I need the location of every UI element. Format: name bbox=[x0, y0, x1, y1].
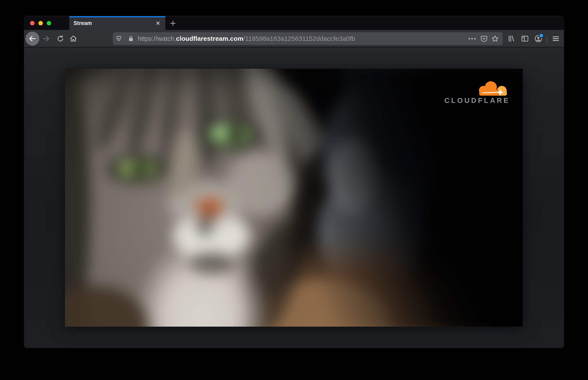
menu-button[interactable] bbox=[551, 34, 561, 44]
cloudflare-cloud-icon bbox=[476, 80, 510, 96]
url-domain: cloudflarestream.com bbox=[176, 35, 243, 42]
cloudflare-trademark: ’ bbox=[510, 96, 511, 100]
url-scheme: https://watch. bbox=[138, 35, 176, 42]
url-path: /118598a163a125631152ddaccfe3a0fb bbox=[243, 35, 355, 42]
traffic-lights bbox=[24, 16, 51, 30]
close-tab-icon[interactable]: ✕ bbox=[154, 19, 162, 28]
cat-art-layer bbox=[65, 69, 523, 327]
reload-icon bbox=[56, 35, 64, 42]
close-window-button[interactable] bbox=[30, 21, 35, 25]
forward-icon bbox=[42, 35, 50, 43]
reload-button[interactable] bbox=[55, 34, 66, 44]
page-content: CLOUDFLARE’ bbox=[24, 47, 564, 347]
library-icon bbox=[507, 35, 515, 43]
bookmark-star-icon[interactable] bbox=[491, 35, 499, 42]
library-button[interactable] bbox=[506, 34, 516, 44]
zoom-window-button[interactable] bbox=[47, 21, 51, 25]
home-icon bbox=[69, 35, 77, 43]
navigation-toolbar: https://watch.cloudflarestream.com/11859… bbox=[24, 30, 564, 47]
new-tab-button[interactable]: + bbox=[167, 16, 179, 30]
new-tab-icon: + bbox=[170, 18, 176, 28]
back-icon bbox=[28, 35, 36, 43]
cloudflare-logo: CLOUDFLARE’ bbox=[434, 80, 511, 105]
urlbar-divider bbox=[125, 36, 125, 42]
page-actions-icon[interactable]: ••• bbox=[468, 36, 477, 41]
sidebar-icon bbox=[521, 35, 529, 43]
tab-strip: Stream ✕ + bbox=[24, 16, 564, 30]
video-player[interactable]: CLOUDFLARE’ bbox=[65, 69, 523, 327]
home-button[interactable] bbox=[68, 34, 78, 44]
cloudflare-wordmark: CLOUDFLARE’ bbox=[434, 96, 511, 105]
video-frame-cat-art bbox=[65, 69, 523, 327]
lock-icon[interactable] bbox=[127, 35, 135, 42]
menu-icon bbox=[552, 35, 560, 43]
forward-button[interactable] bbox=[41, 34, 51, 44]
minimize-window-button[interactable] bbox=[38, 21, 43, 25]
pocket-icon[interactable] bbox=[480, 35, 488, 42]
sidebar-toggle-button[interactable] bbox=[520, 34, 530, 44]
browser-window: Stream ✕ + https://w bbox=[24, 16, 564, 348]
tab-stream[interactable]: Stream ✕ bbox=[69, 16, 165, 30]
toolbar-divider bbox=[547, 35, 547, 43]
page-action-buttons: ••• bbox=[468, 35, 502, 42]
url-bar[interactable]: https://watch.cloudflarestream.com/11859… bbox=[113, 33, 502, 45]
account-notification-dot bbox=[540, 34, 543, 37]
tracking-shield-icon[interactable] bbox=[115, 35, 122, 42]
url-text: https://watch.cloudflarestream.com/11859… bbox=[138, 35, 355, 42]
back-button[interactable] bbox=[25, 32, 39, 46]
tab-title: Stream bbox=[69, 20, 92, 26]
account-button[interactable] bbox=[533, 34, 543, 44]
